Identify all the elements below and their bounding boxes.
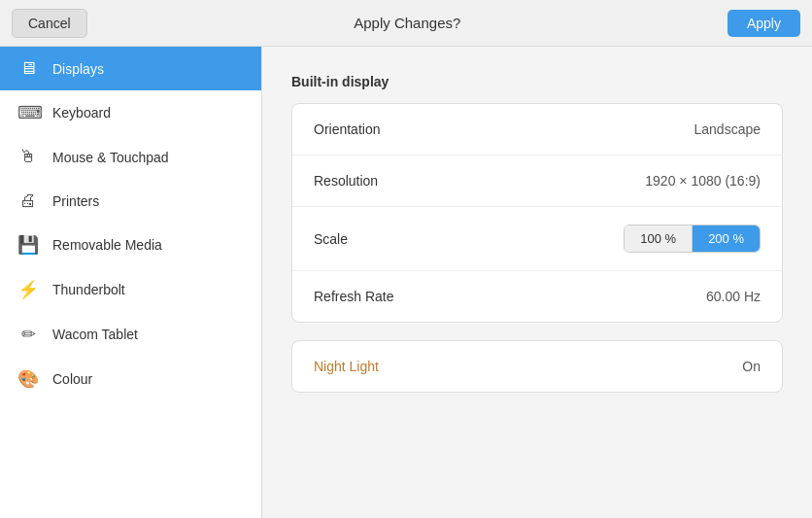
topbar: Cancel Apply Changes? Apply xyxy=(0,0,812,47)
sidebar-item-label-displays: Displays xyxy=(52,61,104,77)
cancel-button[interactable]: Cancel xyxy=(12,9,87,38)
sidebar-item-label-thunderbolt: Thunderbolt xyxy=(52,282,125,297)
orientation-label: Orientation xyxy=(314,121,380,137)
sidebar-item-printers[interactable]: 🖨Printers xyxy=(0,179,261,223)
night-light-row: Night Light On xyxy=(292,341,782,392)
orientation-row: Orientation Landscape xyxy=(292,104,782,155)
scale-label: Scale xyxy=(314,231,348,247)
display-card: Orientation Landscape Resolution 1920 × … xyxy=(291,103,783,323)
resolution-value: 1920 × 1080 (16:9) xyxy=(645,173,761,189)
sidebar-item-mouse[interactable]: 🖱Mouse & Touchpad xyxy=(0,135,261,179)
resolution-row: Resolution 1920 × 1080 (16:9) xyxy=(292,155,782,207)
scale-btn-1[interactable]: 200 % xyxy=(693,225,760,252)
section-title: Built-in display xyxy=(291,74,783,89)
sidebar-item-label-colour: Colour xyxy=(52,371,92,387)
sidebar-item-removable-media[interactable]: 💾Removable Media xyxy=(0,223,261,267)
sidebar-item-label-keyboard: Keyboard xyxy=(52,105,111,121)
sidebar-item-colour[interactable]: 🎨Colour xyxy=(0,357,261,401)
sidebar-item-label-removable-media: Removable Media xyxy=(52,237,162,253)
thunderbolt-icon: ⚡ xyxy=(17,279,39,300)
apply-button[interactable]: Apply xyxy=(727,10,800,37)
night-light-label: Night Light xyxy=(314,359,379,374)
keyboard-icon: ⌨ xyxy=(17,102,39,123)
sidebar: 🖥Displays⌨Keyboard🖱Mouse & Touchpad🖨Prin… xyxy=(0,47,262,518)
main-layout: 🖥Displays⌨Keyboard🖱Mouse & Touchpad🖨Prin… xyxy=(0,47,812,518)
sidebar-item-label-printers: Printers xyxy=(52,193,99,209)
sidebar-item-displays[interactable]: 🖥Displays xyxy=(0,47,261,90)
refresh-rate-value: 60.00 Hz xyxy=(706,289,761,304)
removable-media-icon: 💾 xyxy=(17,234,39,256)
wacom-tablet-icon: ✏ xyxy=(17,324,39,345)
orientation-value: Landscape xyxy=(694,121,761,137)
refresh-rate-label: Refresh Rate xyxy=(314,289,393,304)
sidebar-item-thunderbolt[interactable]: ⚡Thunderbolt xyxy=(0,267,261,312)
colour-icon: 🎨 xyxy=(17,368,39,390)
printers-icon: 🖨 xyxy=(17,190,39,211)
refresh-rate-row: Refresh Rate 60.00 Hz xyxy=(292,271,782,322)
scale-row: Scale 100 %200 % xyxy=(292,207,782,271)
content-area: Built-in display Orientation Landscape R… xyxy=(262,47,812,518)
sidebar-item-label-wacom-tablet: Wacom Tablet xyxy=(52,327,138,342)
sidebar-item-keyboard[interactable]: ⌨Keyboard xyxy=(0,90,261,135)
resolution-label: Resolution xyxy=(314,173,378,189)
mouse-icon: 🖱 xyxy=(17,147,39,167)
sidebar-item-wacom-tablet[interactable]: ✏Wacom Tablet xyxy=(0,312,261,357)
topbar-title: Apply Changes? xyxy=(354,15,460,31)
displays-icon: 🖥 xyxy=(17,58,39,79)
night-light-card: Night Light On xyxy=(291,340,783,393)
sidebar-item-label-mouse: Mouse & Touchpad xyxy=(52,150,169,165)
scale-buttons: 100 %200 % xyxy=(624,224,761,253)
scale-btn-0[interactable]: 100 % xyxy=(625,225,693,252)
night-light-value: On xyxy=(742,359,761,374)
